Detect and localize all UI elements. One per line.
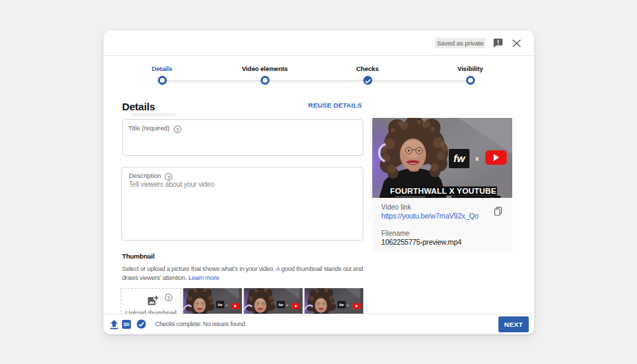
svg-text:SD: SD (123, 322, 130, 327)
